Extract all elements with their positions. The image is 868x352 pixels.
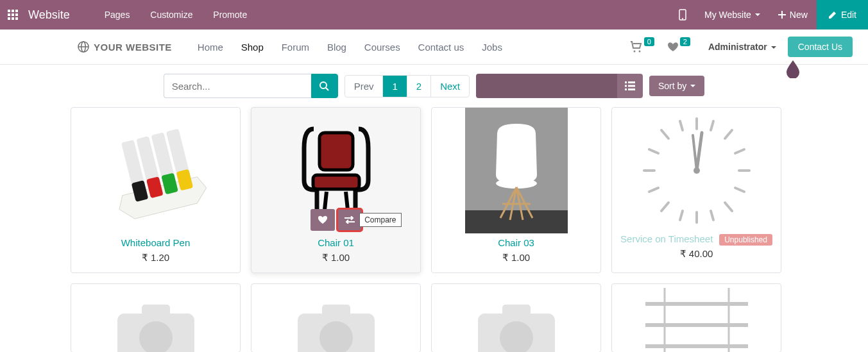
list-view-button[interactable] xyxy=(617,74,643,98)
pager-prev[interactable]: Prev xyxy=(345,76,384,97)
sort-dropdown[interactable]: Sort by xyxy=(649,76,704,96)
svg-rect-80 xyxy=(645,302,748,306)
product-image xyxy=(71,108,240,233)
topnav-promote[interactable]: Promote xyxy=(204,10,256,20)
product-card[interactable]: Whiteboard Pen ₹ 1.20 xyxy=(71,107,241,273)
product-name[interactable]: Whiteboard Pen xyxy=(121,237,191,248)
product-name[interactable]: Chair 01 xyxy=(318,237,354,248)
product-image: Compare xyxy=(251,108,420,233)
svg-line-65 xyxy=(711,211,713,220)
svg-line-64 xyxy=(680,211,683,220)
svg-rect-8 xyxy=(15,17,18,20)
product-card[interactable] xyxy=(431,283,601,352)
svg-rect-12 xyxy=(778,14,786,15)
product-image-placeholder xyxy=(71,284,240,352)
nav-courses[interactable]: Courses xyxy=(357,42,408,53)
svg-point-16 xyxy=(633,51,635,53)
svg-rect-39 xyxy=(313,175,359,189)
pagination: Prev 1 2 Next xyxy=(345,75,470,97)
caret-down-icon xyxy=(690,85,695,87)
topnav-customize[interactable]: Customize xyxy=(141,10,201,20)
edit-button[interactable]: Edit xyxy=(817,0,868,29)
nav-home[interactable]: Home xyxy=(190,42,231,53)
svg-rect-70 xyxy=(142,305,170,317)
svg-rect-25 xyxy=(628,81,635,83)
svg-line-56 xyxy=(661,203,668,211)
contact-us-button[interactable]: Contact Us xyxy=(788,37,853,57)
grid-view-button[interactable] xyxy=(476,74,617,98)
search-input[interactable] xyxy=(164,74,311,98)
admin-label: Administrator xyxy=(708,42,767,52)
mywebsite-label: My Website xyxy=(704,10,751,20)
product-price: ₹ 1.20 xyxy=(142,252,169,264)
droplet-icon[interactable] xyxy=(785,59,801,78)
product-name[interactable]: Chair 03 xyxy=(498,237,534,248)
svg-rect-81 xyxy=(645,323,748,327)
nav-contactus[interactable]: Contact us xyxy=(411,42,472,53)
product-card[interactable] xyxy=(611,283,781,352)
svg-rect-2 xyxy=(15,10,18,12)
cart-button[interactable]: 0 xyxy=(630,41,654,53)
mobile-preview-icon[interactable] xyxy=(670,0,695,29)
search-button[interactable] xyxy=(311,74,338,98)
svg-rect-4 xyxy=(12,13,14,16)
svg-rect-38 xyxy=(319,133,353,170)
mywebsite-dropdown[interactable]: My Website xyxy=(695,0,769,29)
topnav-pages[interactable]: Pages xyxy=(96,10,139,20)
edit-label: Edit xyxy=(841,10,856,20)
product-card[interactable]: Compare Chair 01 ₹ 1.00 xyxy=(251,107,421,273)
admin-dropdown[interactable]: Administrator xyxy=(708,42,776,52)
pager-1[interactable]: 1 xyxy=(383,76,407,97)
compare-button[interactable]: Compare xyxy=(337,209,362,231)
svg-rect-6 xyxy=(8,17,10,20)
cart-count: 0 xyxy=(644,37,654,46)
svg-line-57 xyxy=(725,203,732,211)
wishlist-button[interactable]: 2 xyxy=(667,42,690,52)
product-card[interactable] xyxy=(251,283,421,352)
product-image xyxy=(432,108,600,233)
apps-icon[interactable] xyxy=(0,10,26,20)
sort-label: Sort by xyxy=(658,81,686,91)
product-card[interactable]: Service on Timesheet Unpublished ₹ 40.00 xyxy=(611,107,781,273)
svg-line-63 xyxy=(735,188,744,192)
svg-line-62 xyxy=(649,188,658,192)
caret-down-icon xyxy=(755,13,760,16)
svg-line-60 xyxy=(649,149,658,153)
svg-rect-73 xyxy=(322,305,350,317)
product-image-placeholder xyxy=(432,284,600,352)
nav-forum[interactable]: Forum xyxy=(274,42,317,53)
wishlist-heart-button[interactable] xyxy=(311,209,335,231)
svg-rect-43 xyxy=(465,210,568,233)
svg-line-54 xyxy=(661,130,668,138)
svg-rect-7 xyxy=(12,17,14,20)
nav-shop[interactable]: Shop xyxy=(234,42,271,53)
wishlist-count: 2 xyxy=(680,37,690,46)
compare-tooltip: Compare xyxy=(359,213,401,227)
svg-rect-1 xyxy=(12,10,14,12)
pager-2[interactable]: 2 xyxy=(407,76,431,97)
svg-point-17 xyxy=(638,51,640,53)
product-price: ₹ 40.00 xyxy=(680,248,713,260)
svg-line-58 xyxy=(680,121,683,130)
product-price: ₹ 1.00 xyxy=(322,252,350,264)
product-image xyxy=(612,284,781,352)
svg-line-55 xyxy=(725,130,732,138)
new-button[interactable]: New xyxy=(769,0,817,29)
product-image-placeholder xyxy=(251,284,420,352)
contact-label: Contact Us xyxy=(798,42,842,52)
unpublished-badge: Unpublished xyxy=(719,234,772,246)
product-price: ₹ 1.00 xyxy=(502,252,530,264)
pager-next[interactable]: Next xyxy=(431,76,469,97)
nav-blog[interactable]: Blog xyxy=(319,42,354,53)
site-logo[interactable]: YOUR WEBSITE xyxy=(77,40,172,53)
product-card[interactable]: Chair 03 ₹ 1.00 xyxy=(431,107,601,273)
new-label: New xyxy=(790,10,808,20)
product-name[interactable]: Service on Timesheet xyxy=(620,233,713,244)
product-image xyxy=(612,108,781,233)
svg-rect-24 xyxy=(625,81,627,83)
svg-rect-27 xyxy=(628,85,635,87)
product-card[interactable] xyxy=(71,283,241,352)
svg-rect-28 xyxy=(625,88,627,90)
svg-rect-0 xyxy=(8,10,10,12)
nav-jobs[interactable]: Jobs xyxy=(474,42,510,53)
